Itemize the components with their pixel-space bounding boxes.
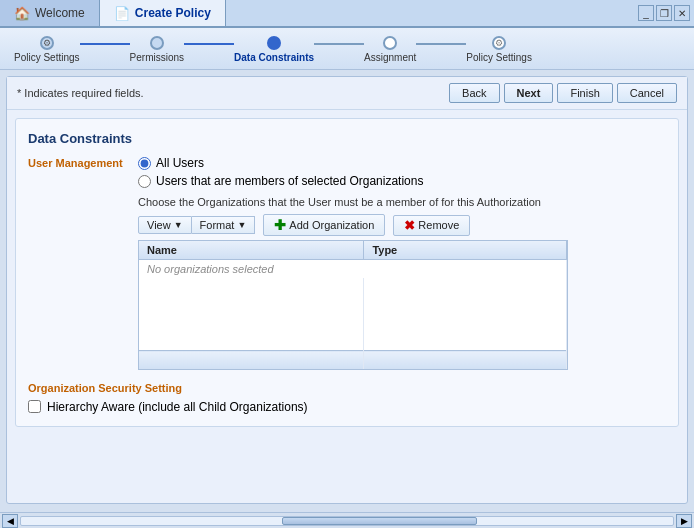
org-security-section: Organization Security Setting Hierarchy …	[28, 382, 666, 414]
radio-group: All Users Users that are members of sele…	[138, 156, 423, 188]
step-line-3	[314, 43, 364, 45]
format-button[interactable]: Format ▼	[192, 216, 256, 234]
table-row-empty: No organizations selected	[139, 260, 567, 279]
step-assignment[interactable]: Assignment	[364, 36, 416, 63]
close-button[interactable]: ✕	[674, 5, 690, 21]
step-data-constraints[interactable]: Data Constraints	[234, 36, 314, 63]
minimize-button[interactable]: _	[638, 5, 654, 21]
horizontal-scrollbar[interactable]: ◀ ▶	[0, 512, 694, 528]
empty-message: No organizations selected	[139, 260, 567, 279]
radio-all-users-input[interactable]	[138, 157, 151, 170]
view-button[interactable]: View ▼	[138, 216, 192, 234]
table-row-spacer-1	[139, 278, 567, 296]
radio-all-users[interactable]: All Users	[138, 156, 423, 170]
required-bar: * Indicates required fields. Back Next F…	[7, 77, 687, 110]
view-chevron-icon: ▼	[174, 220, 183, 230]
required-text: * Indicates required fields.	[17, 87, 144, 99]
step-policy-settings-2[interactable]: ⚙ Policy Settings	[466, 36, 532, 63]
step-circle-2	[150, 36, 164, 50]
table-footer	[139, 351, 567, 369]
table-row-spacer-4	[139, 332, 567, 351]
step-line-4	[416, 43, 466, 45]
step-label-4: Assignment	[364, 52, 416, 63]
step-policy-settings-1[interactable]: ⚙ Policy Settings	[14, 36, 80, 63]
add-organization-button[interactable]: ✚ Add Organization	[263, 214, 385, 236]
col-type: Type	[364, 241, 567, 260]
restore-button[interactable]: ❐	[656, 5, 672, 21]
section-title: Data Constraints	[28, 131, 666, 146]
remove-icon: ✖	[404, 218, 415, 233]
table-row-spacer-2	[139, 296, 567, 314]
remove-button[interactable]: ✖ Remove	[393, 215, 470, 236]
col-name: Name	[139, 241, 364, 260]
tab-welcome[interactable]: 🏠 Welcome	[0, 0, 100, 26]
step-circle-5: ⚙	[492, 36, 506, 50]
step-circle-4	[383, 36, 397, 50]
format-chevron-icon: ▼	[237, 220, 246, 230]
org-security-title: Organization Security Setting	[28, 382, 666, 394]
step-label-2: Permissions	[130, 52, 184, 63]
step-label-1: Policy Settings	[14, 52, 80, 63]
step-circle-1: ⚙	[40, 36, 54, 50]
welcome-icon: 🏠	[14, 6, 30, 21]
hierarchy-aware-checkbox[interactable]	[28, 400, 41, 413]
step-label-3: Data Constraints	[234, 52, 314, 63]
radio-members-orgs-input[interactable]	[138, 175, 151, 188]
finish-button[interactable]: Finish	[557, 83, 612, 103]
org-table: Name Type No organizations selected	[138, 240, 568, 370]
org-toolbar: View ▼ Format ▼ ✚ Add Organization ✖ Rem…	[138, 214, 666, 236]
step-label-5: Policy Settings	[466, 52, 532, 63]
scroll-left-button[interactable]: ◀	[2, 514, 18, 528]
step-circle-3	[267, 36, 281, 50]
step-permissions[interactable]: Permissions	[130, 36, 184, 63]
choose-orgs-text: Choose the Organizations that the User m…	[138, 196, 666, 208]
table-row-spacer-3	[139, 314, 567, 332]
user-management-label: User Management	[28, 156, 138, 169]
wizard-bar: ⚙ Policy Settings Permissions Data Const…	[0, 28, 694, 70]
action-buttons: Back Next Finish Cancel	[449, 83, 677, 103]
hierarchy-aware-row[interactable]: Hierarchy Aware (include all Child Organ…	[28, 400, 666, 414]
tab-create-policy[interactable]: 📄 Create Policy	[100, 0, 226, 26]
window-controls: _ ❐ ✕	[638, 0, 694, 26]
radio-members-orgs[interactable]: Users that are members of selected Organ…	[138, 174, 423, 188]
tab-bar: 🏠 Welcome 📄 Create Policy _ ❐ ✕	[0, 0, 694, 28]
data-constraints-section: Data Constraints User Management All Use…	[15, 118, 679, 427]
wizard-steps: ⚙ Policy Settings Permissions Data Const…	[14, 36, 680, 63]
scroll-track[interactable]	[20, 516, 674, 526]
policy-icon: 📄	[114, 6, 130, 21]
back-button[interactable]: Back	[449, 83, 499, 103]
scroll-right-button[interactable]: ▶	[676, 514, 692, 528]
step-line-1	[80, 43, 130, 45]
user-management-row: User Management All Users Users that are…	[28, 156, 666, 188]
next-button[interactable]: Next	[504, 83, 554, 103]
cancel-button[interactable]: Cancel	[617, 83, 677, 103]
scroll-thumb[interactable]	[282, 517, 478, 525]
content-area: * Indicates required fields. Back Next F…	[6, 76, 688, 504]
step-line-2	[184, 43, 234, 45]
plus-icon: ✚	[274, 217, 286, 233]
